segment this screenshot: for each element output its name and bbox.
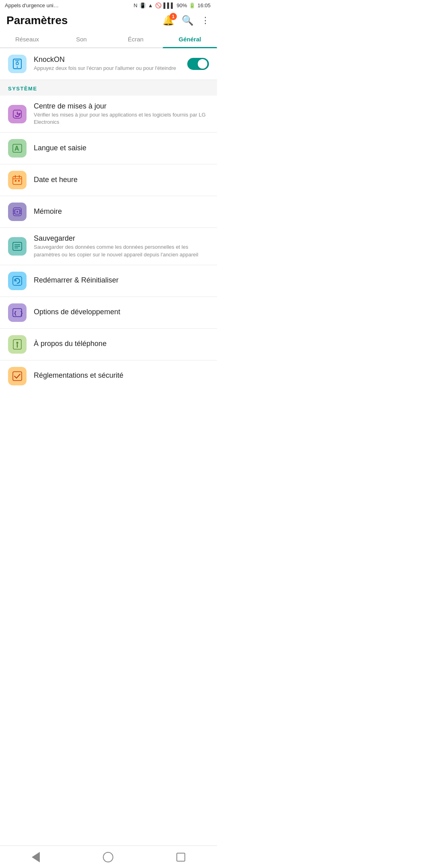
carrier-text: Appels d'urgence uni… bbox=[5, 2, 59, 8]
language-text: Langue et saisie bbox=[34, 144, 209, 153]
restart-item[interactable]: Redémarrer & Réinitialiser bbox=[0, 265, 217, 297]
language-item[interactable]: A Langue et saisie bbox=[0, 133, 217, 164]
signal-icon: ▌▌▌ bbox=[164, 2, 175, 8]
status-bar: Appels d'urgence uni… N 📳 ▲ 🚫 ▌▌▌ 90% 🔋 … bbox=[0, 0, 217, 11]
about-item[interactable]: À propos du téléphone bbox=[0, 329, 217, 360]
backup-subtitle: Sauvegarder des données comme les donnée… bbox=[34, 244, 209, 258]
status-icons: N 📳 ▲ 🚫 ▌▌▌ 90% 🔋 16:05 bbox=[134, 2, 211, 8]
header-icons: 🔔 1 🔍 ⋮ bbox=[162, 15, 211, 26]
datetime-item[interactable]: Date et heure bbox=[0, 164, 217, 196]
dev-options-icon: { } bbox=[8, 303, 27, 322]
battery-text: 90% bbox=[176, 2, 187, 8]
backup-icon bbox=[8, 237, 27, 256]
about-text: À propos du téléphone bbox=[34, 340, 209, 349]
knockon-icon bbox=[8, 55, 27, 73]
svg-point-16 bbox=[16, 211, 18, 213]
dev-options-text: Options de développement bbox=[34, 308, 209, 317]
svg-text:A: A bbox=[14, 145, 19, 152]
search-icon: 🔍 bbox=[182, 15, 194, 26]
regulations-title: Réglementations et sécurité bbox=[34, 371, 209, 380]
memory-text: Mémoire bbox=[34, 207, 209, 217]
dev-options-title: Options de développement bbox=[34, 308, 209, 316]
tab-general[interactable]: Général bbox=[163, 30, 217, 47]
knockon-text: KnockON Appuyez deux fois sur l'écran po… bbox=[34, 55, 183, 72]
tab-reseaux[interactable]: Réseaux bbox=[0, 30, 54, 47]
update-center-subtitle: Vérifier les mises à jour pour les appli… bbox=[34, 111, 209, 126]
update-center-icon bbox=[8, 105, 27, 123]
svg-text:{ }: { } bbox=[14, 310, 23, 316]
knockon-subtitle: Appuyez deux fois sur l'écran pour l'all… bbox=[34, 65, 183, 72]
update-center-title: Centre de mises à jour bbox=[34, 102, 209, 111]
svg-rect-8 bbox=[13, 176, 22, 184]
tab-bar: Réseaux Son Écran Général bbox=[0, 30, 217, 48]
notifications-button[interactable]: 🔔 1 bbox=[162, 15, 174, 26]
update-center-item[interactable]: Centre de mises à jour Vérifier les mise… bbox=[0, 96, 217, 133]
svg-point-1 bbox=[17, 67, 18, 68]
backup-item[interactable]: Sauvegarder Sauvegarder des données comm… bbox=[0, 228, 217, 265]
vibrate-icon: 📳 bbox=[139, 2, 146, 8]
update-center-text: Centre de mises à jour Vérifier les mise… bbox=[34, 102, 209, 126]
datetime-text: Date et heure bbox=[34, 176, 209, 185]
datetime-title: Date et heure bbox=[34, 176, 209, 184]
dev-options-item[interactable]: { } Options de développement bbox=[0, 297, 217, 329]
settings-content: KnockON Appuyez deux fois sur l'écran po… bbox=[0, 48, 217, 416]
backup-text: Sauvegarder Sauvegarder des données comm… bbox=[34, 234, 209, 258]
tab-son[interactable]: Son bbox=[54, 30, 108, 47]
restart-icon bbox=[8, 272, 27, 290]
svg-point-31 bbox=[16, 342, 18, 344]
restart-title: Redémarrer & Réinitialiser bbox=[34, 276, 209, 285]
svg-rect-13 bbox=[18, 180, 20, 182]
restart-text: Redémarrer & Réinitialiser bbox=[34, 276, 209, 285]
about-title: À propos du téléphone bbox=[34, 340, 209, 348]
no-sim-icon: 🚫 bbox=[155, 2, 162, 8]
search-button[interactable]: 🔍 bbox=[182, 15, 194, 26]
language-icon: A bbox=[8, 139, 27, 158]
memory-title: Mémoire bbox=[34, 207, 209, 216]
more-icon: ⋮ bbox=[201, 15, 211, 25]
more-button[interactable]: ⋮ bbox=[201, 15, 211, 26]
datetime-icon bbox=[8, 171, 27, 189]
memory-icon bbox=[8, 203, 27, 221]
about-icon bbox=[8, 335, 27, 354]
knockon-title: KnockON bbox=[34, 55, 183, 64]
header: Paramètres 🔔 1 🔍 ⋮ bbox=[0, 11, 217, 30]
regulations-icon bbox=[8, 367, 27, 385]
nfc-icon: N bbox=[134, 2, 137, 8]
tab-ecran[interactable]: Écran bbox=[108, 30, 163, 47]
language-title: Langue et saisie bbox=[34, 144, 209, 152]
memory-item[interactable]: Mémoire bbox=[0, 196, 217, 228]
svg-rect-27 bbox=[13, 276, 22, 285]
system-section-header: SYSTÈME bbox=[0, 80, 217, 96]
svg-point-3 bbox=[16, 62, 18, 65]
notification-badge: 1 bbox=[170, 13, 177, 20]
wifi-icon: ▲ bbox=[148, 2, 153, 8]
battery-icon: 🔋 bbox=[189, 2, 195, 8]
time-text: 16:05 bbox=[197, 2, 211, 8]
backup-title: Sauvegarder bbox=[34, 234, 209, 243]
regulations-text: Réglementations et sécurité bbox=[34, 371, 209, 381]
svg-rect-12 bbox=[15, 180, 16, 182]
regulations-item[interactable]: Réglementations et sécurité bbox=[0, 360, 217, 392]
knockon-item[interactable]: KnockON Appuyez deux fois sur l'écran po… bbox=[0, 48, 217, 80]
page-title: Paramètres bbox=[6, 14, 68, 27]
knockon-toggle[interactable] bbox=[187, 58, 209, 70]
